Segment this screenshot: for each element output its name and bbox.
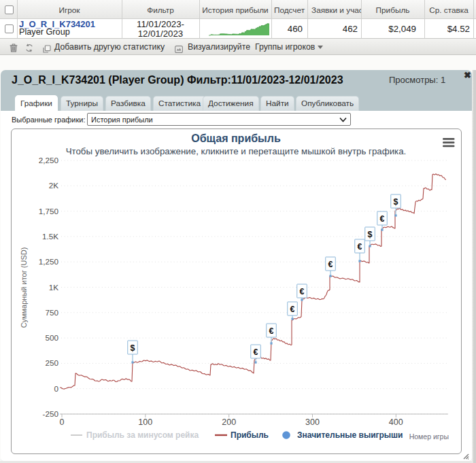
svg-text:250: 250 (45, 358, 58, 367)
svg-text:Чтобы увеличить изображение, к: Чтобы увеличить изображение, кликните и … (66, 146, 407, 156)
svg-text:200: 200 (222, 417, 236, 427)
svg-text:€: € (358, 242, 362, 252)
svg-text:0: 0 (54, 384, 58, 393)
svg-text:1.5K: 1.5K (42, 232, 58, 241)
svg-text:2,250: 2,250 (39, 156, 59, 165)
svg-text:€: € (254, 347, 258, 357)
svg-text:-250: -250 (43, 409, 59, 418)
svg-text:Прибыль: Прибыль (231, 430, 269, 440)
svg-text:€: € (380, 214, 385, 224)
svg-text:€: € (328, 260, 333, 269)
svg-text:750: 750 (45, 308, 58, 317)
svg-text:Суммарный итог (USD): Суммарный итог (USD) (20, 247, 28, 328)
svg-text:€: € (269, 326, 274, 336)
svg-text:Общая прибыль: Общая прибыль (191, 133, 281, 144)
svg-text:$: $ (131, 343, 135, 353)
svg-text:300: 300 (305, 417, 320, 427)
svg-text:$: $ (368, 230, 373, 239)
svg-text:2K: 2K (49, 181, 59, 190)
svg-text:€: € (290, 305, 295, 314)
svg-text:Значительные выигрыши: Значительные выигрыши (297, 430, 403, 440)
svg-text:€: € (300, 287, 305, 296)
svg-text:1,250: 1,250 (39, 257, 59, 266)
svg-text:0: 0 (60, 417, 65, 427)
svg-text:Прибыль за минусом рейка: Прибыль за минусом рейка (86, 430, 199, 440)
svg-text:400: 400 (389, 417, 403, 427)
svg-text:500: 500 (45, 333, 58, 342)
svg-text:$: $ (394, 197, 398, 207)
svg-text:1K: 1K (49, 283, 59, 292)
svg-text:1,750: 1,750 (39, 207, 59, 216)
svg-text:100: 100 (138, 417, 152, 427)
svg-text:Номер игры: Номер игры (409, 432, 449, 441)
